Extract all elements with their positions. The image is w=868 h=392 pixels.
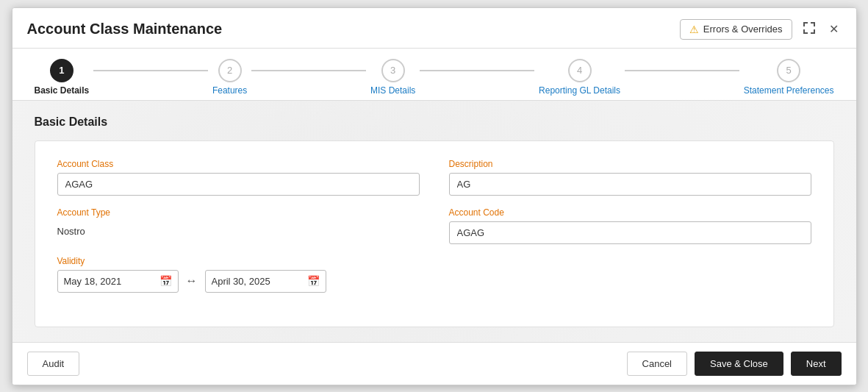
modal-header: Account Class Maintenance ⚠ Errors & Ove… (12, 8, 856, 49)
account-type-group: Account Type Nostro (57, 207, 420, 244)
errors-label: Errors & Overrides (703, 24, 783, 35)
step-1-label: Basic Details (35, 85, 90, 96)
validity-group: Validity 📅 ↔ 📅 (57, 256, 420, 293)
connector-3-4 (420, 70, 534, 71)
warning-icon: ⚠ (689, 24, 699, 35)
cancel-button[interactable]: Cancel (627, 352, 687, 376)
main-modal: Account Class Maintenance ⚠ Errors & Ove… (12, 7, 857, 385)
calendar-from-icon[interactable]: 📅 (154, 275, 178, 287)
step-5: 5 Statement Preferences (744, 59, 834, 96)
step-3: 3 MIS Details (370, 59, 415, 96)
description-input[interactable] (449, 173, 811, 196)
step-4-circle: 4 (568, 59, 592, 82)
form-row-2: Account Type Nostro Account Code (57, 207, 811, 244)
calendar-to-icon[interactable]: 📅 (301, 275, 326, 287)
step-2-label[interactable]: Features (212, 85, 247, 96)
account-type-value: Nostro (57, 221, 420, 241)
account-code-group: Account Code (449, 207, 811, 244)
save-close-button[interactable]: Save & Close (695, 352, 783, 376)
date-from-input[interactable] (58, 271, 154, 292)
next-button[interactable]: Next (791, 352, 842, 376)
account-class-group: Account Class (57, 159, 420, 196)
step-5-label[interactable]: Statement Preferences (744, 85, 834, 96)
header-actions: ⚠ Errors & Overrides ✕ (680, 18, 842, 40)
modal-title: Account Class Maintenance (27, 21, 223, 38)
form-row-1: Account Class Description (57, 159, 811, 196)
account-code-input[interactable] (449, 221, 811, 244)
form-row-3: Validity 📅 ↔ 📅 (57, 256, 811, 293)
form-card: Account Class Description Account Type N… (35, 140, 834, 327)
date-to-wrap: 📅 (205, 270, 326, 293)
step-3-label[interactable]: MIS Details (370, 85, 415, 96)
step-4-label[interactable]: Reporting GL Details (539, 85, 620, 96)
section-title: Basic Details (35, 115, 834, 129)
validity-label: Validity (57, 256, 420, 266)
main-content: Basic Details Account Class Description … (12, 101, 856, 342)
date-from-wrap: 📅 (57, 270, 179, 293)
account-code-label: Account Code (449, 207, 811, 218)
date-range: 📅 ↔ 📅 (57, 270, 420, 293)
step-2: 2 Features (212, 59, 247, 96)
step-2-circle: 2 (218, 59, 242, 82)
close-button[interactable]: ✕ (826, 19, 842, 39)
account-type-label: Account Type (57, 207, 420, 218)
connector-4-5 (625, 70, 739, 71)
account-class-input[interactable] (57, 173, 420, 196)
step-1-circle: 1 (50, 59, 73, 82)
empty-group (449, 256, 811, 293)
audit-button[interactable]: Audit (27, 352, 80, 376)
connector-2-3 (251, 70, 366, 71)
errors-overrides-button[interactable]: ⚠ Errors & Overrides (680, 19, 792, 40)
connector-1-2 (93, 70, 208, 71)
stepper: 1 Basic Details 2 Features 3 MIS Details… (12, 49, 856, 101)
footer-right: Cancel Save & Close Next (627, 352, 842, 376)
step-4: 4 Reporting GL Details (539, 59, 620, 96)
description-group: Description (449, 159, 811, 196)
date-range-arrow: ↔ (183, 274, 201, 288)
modal-footer: Audit Cancel Save & Close Next (12, 342, 856, 385)
description-label: Description (449, 159, 811, 169)
expand-button[interactable] (800, 18, 819, 40)
step-5-circle: 5 (777, 59, 800, 82)
step-1: 1 Basic Details (35, 59, 90, 96)
account-class-label: Account Class (57, 159, 420, 169)
date-to-input[interactable] (206, 271, 301, 292)
footer-left: Audit (27, 352, 80, 376)
step-3-circle: 3 (381, 59, 405, 82)
